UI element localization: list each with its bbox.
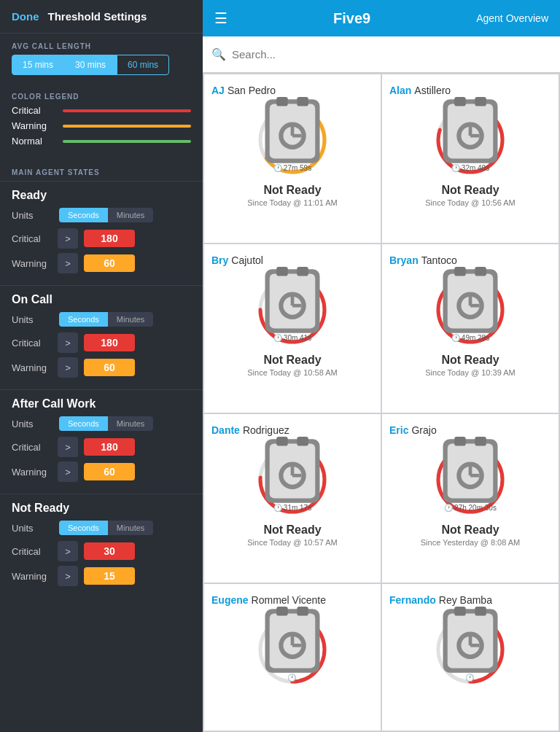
agent-first-7: Fernando <box>389 594 436 606</box>
timer-circle-5: 🕐27h 20m 30s <box>434 443 507 516</box>
state-name-0: Ready <box>12 189 191 202</box>
left-panel: Done Threshold Settings AVG CALL LENGTH … <box>0 0 203 732</box>
critical-gt-btn-3[interactable]: > <box>58 541 78 561</box>
critical-label-0: Critical <box>12 233 52 244</box>
timer-icon-0 <box>256 95 329 173</box>
agent-time-val-5: 27h 20m 30s <box>454 504 497 512</box>
hamburger-icon[interactable]: ☰ <box>214 9 228 27</box>
timer-circle-1: 🕐32m 40s <box>434 104 507 176</box>
warning-gt-btn-3[interactable]: > <box>58 566 78 586</box>
svg-rect-4 <box>276 97 288 106</box>
state-section-2: After Call Work Units Seconds Minutes Cr… <box>0 389 203 494</box>
toggle-group-1: Seconds Minutes <box>59 312 153 327</box>
critical-label-3: Critical <box>12 546 52 557</box>
warning-gt-btn-0[interactable]: > <box>58 253 78 273</box>
svg-rect-23 <box>297 267 308 276</box>
timer-circle-6: 🕐 <box>256 613 329 686</box>
svg-rect-50 <box>475 437 486 446</box>
warning-label-0: Warning <box>12 258 52 269</box>
avg-call-length-label: AVG CALL LENGTH <box>0 34 203 55</box>
btn-15mins[interactable]: 15 mins <box>12 55 64 75</box>
seconds-btn-2[interactable]: Seconds <box>59 416 108 431</box>
agent-card-6[interactable]: Eugene Rommel Vicente 🕐 <box>204 584 381 731</box>
timer-time-5: 🕐27h 20m 30s <box>444 504 497 512</box>
toggle-group-0: Seconds Minutes <box>59 208 153 222</box>
units-label-1: Units <box>12 314 52 325</box>
timer-time-7: 🕐 <box>465 674 475 682</box>
done-button[interactable]: Done <box>12 10 39 23</box>
critical-gt-btn-0[interactable]: > <box>58 228 78 249</box>
agent-status-5: Not Ready <box>441 523 499 537</box>
color-legend: Critical Warning Normal <box>0 105 203 160</box>
units-label-3: Units <box>12 523 52 534</box>
agent-card-5[interactable]: Eric Grajo 🕐27h 20m 30s <box>382 414 559 583</box>
minutes-btn-3[interactable]: Minutes <box>108 521 154 535</box>
agent-status-1: Not Ready <box>441 184 499 197</box>
agent-card-0[interactable]: AJ San Pedro 🕐27m 59s <box>204 74 381 243</box>
right-panel: ☰ Five9 Agent Overview 🔍 AJ San Pedro <box>203 0 560 732</box>
agent-status-3: Not Ready <box>441 354 499 367</box>
agent-since-4: Since Today @ 10:57 AM <box>247 538 337 547</box>
warning-row-0: Warning > 60 <box>12 253 191 273</box>
svg-rect-31 <box>454 267 466 276</box>
critical-gt-btn-1[interactable]: > <box>58 332 78 353</box>
search-input[interactable] <box>232 48 551 61</box>
main-agent-states-label: MAIN AGENT STATES <box>0 160 203 181</box>
seconds-btn-3[interactable]: Seconds <box>59 521 108 535</box>
timer-circle-4: 🕐31m 17s <box>256 443 329 516</box>
state-name-3: Not Ready <box>12 502 191 515</box>
agent-time-val-0: 27m 59s <box>284 164 311 172</box>
states-container: Ready Units Seconds Minutes Critical > 1… <box>0 181 203 598</box>
agent-card-3[interactable]: Bryan Tantoco 🕐49m 28s <box>382 244 559 413</box>
toggle-group-3: Seconds Minutes <box>59 521 153 535</box>
critical-value-1: 180 <box>84 334 135 351</box>
search-icon: 🔍 <box>211 47 226 61</box>
timer-circle-2: 🕐30m 41s <box>256 273 329 346</box>
minutes-btn-1[interactable]: Minutes <box>108 312 154 327</box>
seconds-btn-1[interactable]: Seconds <box>59 312 108 327</box>
minutes-btn-0[interactable]: Minutes <box>108 208 154 222</box>
agent-card-7[interactable]: Fernando Rey Bamba 🕐 <box>382 584 559 731</box>
timer-time-1: 🕐32m 40s <box>451 164 489 172</box>
legend-critical-label: Critical <box>12 105 55 116</box>
toggle-group-2: Seconds Minutes <box>59 416 153 431</box>
agent-last-5: Grajo <box>411 424 436 436</box>
units-label-0: Units <box>12 210 52 221</box>
svg-rect-14 <box>475 97 486 106</box>
agent-card-1[interactable]: Alan Astillero 🕐32m 40s <box>382 74 559 243</box>
warning-label-1: Warning <box>12 362 52 373</box>
warning-label-2: Warning <box>12 467 52 478</box>
warning-label-3: Warning <box>12 571 52 582</box>
legend-critical: Critical <box>12 105 191 116</box>
search-bar: 🔍 <box>203 36 560 73</box>
legend-warning-label: Warning <box>12 120 55 131</box>
svg-rect-41 <box>297 437 308 446</box>
seconds-btn-0[interactable]: Seconds <box>59 208 108 222</box>
warning-gt-btn-2[interactable]: > <box>58 462 78 482</box>
warning-gt-btn-1[interactable]: > <box>58 357 78 378</box>
minutes-btn-2[interactable]: Minutes <box>108 416 154 431</box>
timer-icon-5 <box>434 435 507 513</box>
agent-card-2[interactable]: Bry Cajutol 🕐30m 41s <box>204 244 381 413</box>
timer-icon-1 <box>434 95 507 173</box>
agents-grid: AJ San Pedro 🕐27m 59s <box>203 73 560 732</box>
btn-60mins[interactable]: 60 mins <box>117 55 169 75</box>
critical-row-1: Critical > 180 <box>12 332 191 353</box>
btn-30mins[interactable]: 30 mins <box>64 55 117 75</box>
critical-gt-btn-2[interactable]: > <box>58 437 78 457</box>
color-legend-label: COLOR LEGEND <box>0 84 203 105</box>
critical-label-1: Critical <box>12 338 52 349</box>
svg-rect-40 <box>276 437 288 446</box>
state-name-2: After Call Work <box>12 397 191 410</box>
top-bar-left: Done Threshold Settings <box>0 0 203 34</box>
critical-row-0: Critical > 180 <box>12 228 191 249</box>
agent-card-4[interactable]: Dante Rodriguez 🕐31m 17s <box>204 414 381 583</box>
svg-rect-13 <box>454 97 466 106</box>
legend-normal-label: Normal <box>12 136 55 147</box>
avg-call-length: 15 mins 30 mins 60 mins <box>0 55 203 84</box>
warning-value-1: 60 <box>84 359 135 376</box>
agent-since-0: Since Today @ 11:01 AM <box>247 198 337 207</box>
state-name-1: On Call <box>12 293 191 306</box>
units-row-3: Units Seconds Minutes <box>12 521 191 535</box>
agent-time-val-4: 31m 17s <box>284 504 311 512</box>
